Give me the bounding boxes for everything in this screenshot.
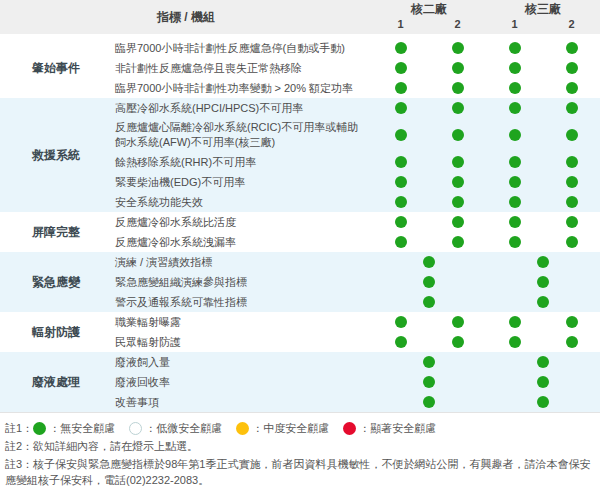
dot-cell: [372, 376, 486, 388]
status-dot[interactable]: [395, 196, 407, 208]
status-dot[interactable]: [509, 42, 521, 54]
table-row: 反應爐爐心隔離冷卻水系統(RCIC)不可用率或輔助飼水系統(AFW)不可用率(核…: [112, 118, 600, 152]
status-dot[interactable]: [566, 176, 578, 188]
status-dot[interactable]: [566, 102, 578, 114]
status-dot[interactable]: [452, 336, 464, 348]
legend: ：無安全顧慮：低微安全顧慮：中度安全顧慮：顯著安全顧慮: [33, 420, 450, 436]
notes: 註1： ：無安全顧慮：低微安全顧慮：中度安全顧慮：顯著安全顧慮 註2：欲知詳細內…: [0, 413, 600, 487]
dot-cell: [372, 296, 486, 308]
dot-cell: [429, 62, 486, 74]
status-dot[interactable]: [566, 156, 578, 168]
status-dot[interactable]: [509, 216, 521, 228]
status-dot[interactable]: [566, 62, 578, 74]
dot-cell: [543, 176, 600, 188]
status-dot[interactable]: [537, 356, 549, 368]
dot-cell: [486, 129, 543, 141]
status-dot[interactable]: [537, 396, 549, 408]
status-dot[interactable]: [452, 102, 464, 114]
status-dot[interactable]: [509, 336, 521, 348]
status-dot[interactable]: [423, 356, 435, 368]
table-row: 緊急應變組織演練參與指標: [112, 272, 600, 292]
status-dot[interactable]: [452, 196, 464, 208]
status-dot[interactable]: [395, 42, 407, 54]
status-dots: [372, 176, 600, 188]
status-dot[interactable]: [566, 42, 578, 54]
group-label: 輻射防護: [0, 312, 112, 352]
status-dot[interactable]: [452, 42, 464, 54]
status-dot[interactable]: [509, 156, 521, 168]
status-dot[interactable]: [509, 82, 521, 94]
status-dot[interactable]: [395, 129, 407, 141]
row-label: 安全系統功能失效: [112, 193, 372, 212]
status-dot[interactable]: [537, 376, 549, 388]
status-dot[interactable]: [509, 196, 521, 208]
status-dot[interactable]: [566, 316, 578, 328]
table-row: 臨界7000小時非計劃性反應爐急停(自動或手動): [112, 38, 600, 58]
status-dot[interactable]: [395, 316, 407, 328]
status-dot[interactable]: [537, 276, 549, 288]
group-rows: 職業輻射曝露民眾輻射防護: [112, 312, 600, 352]
legend-item: ：中度安全顧慮: [236, 420, 329, 436]
dot-cell: [372, 356, 486, 368]
status-dots: [372, 396, 600, 408]
status-dot[interactable]: [452, 62, 464, 74]
status-dot[interactable]: [537, 296, 549, 308]
table-row: 高壓冷卻水系統(HPCI/HPCS)不可用率: [112, 98, 600, 118]
status-dot[interactable]: [423, 276, 435, 288]
status-dot[interactable]: [452, 316, 464, 328]
status-dot[interactable]: [509, 176, 521, 188]
status-dot[interactable]: [395, 156, 407, 168]
row-label: 臨界7000小時非計劃性功率變動 > 20% 額定功率: [112, 79, 372, 98]
legend-label: ：低微安全顧慮: [145, 420, 222, 436]
status-dot[interactable]: [395, 336, 407, 348]
status-dot[interactable]: [509, 129, 521, 141]
group-label: 屏障完整: [0, 212, 112, 252]
dot-cell: [372, 396, 486, 408]
status-dots: [372, 102, 600, 114]
status-dot[interactable]: [452, 82, 464, 94]
status-dot[interactable]: [452, 176, 464, 188]
unit-number-header: 1: [486, 17, 543, 34]
status-dot[interactable]: [566, 196, 578, 208]
row-label: 反應爐冷卻水系統比活度: [112, 213, 372, 232]
status-dot[interactable]: [566, 336, 578, 348]
status-dot[interactable]: [566, 129, 578, 141]
status-dot[interactable]: [452, 129, 464, 141]
status-dot[interactable]: [452, 216, 464, 228]
row-label: 民眾輻射防護: [112, 333, 372, 352]
status-dot[interactable]: [566, 82, 578, 94]
group-label: 廢液處理: [0, 352, 112, 412]
unit-number-header: 1: [372, 17, 429, 34]
status-dot[interactable]: [452, 156, 464, 168]
dot-cell: [372, 336, 429, 348]
status-dot[interactable]: [423, 256, 435, 268]
status-dot[interactable]: [395, 102, 407, 114]
legend-green-dot: [33, 422, 46, 435]
status-dots: [372, 129, 600, 141]
status-dot[interactable]: [423, 376, 435, 388]
status-dot[interactable]: [395, 176, 407, 188]
unit-number-header: 2: [429, 17, 486, 34]
group-rows: 廢液飼入量廢液回收率改善事項: [112, 352, 600, 412]
status-dot[interactable]: [509, 236, 521, 248]
status-dot[interactable]: [509, 62, 521, 74]
status-dot[interactable]: [395, 82, 407, 94]
status-dot[interactable]: [423, 296, 435, 308]
row-label: 高壓冷卻水系統(HPCI/HPCS)不可用率: [112, 99, 372, 118]
status-dot[interactable]: [395, 62, 407, 74]
status-dot[interactable]: [452, 236, 464, 248]
dot-cell: [486, 356, 600, 368]
table-row: 警示及通報系統可靠性指標: [112, 292, 600, 312]
note-1-prefix: 註1：: [5, 420, 33, 436]
status-dot[interactable]: [395, 236, 407, 248]
status-dot[interactable]: [566, 216, 578, 228]
table-row: 反應爐冷卻水系統比活度: [112, 212, 600, 232]
status-dot[interactable]: [537, 256, 549, 268]
status-dot[interactable]: [566, 236, 578, 248]
dot-cell: [372, 196, 429, 208]
row-label: 演練 / 演習績效指標: [112, 253, 372, 272]
status-dot[interactable]: [509, 316, 521, 328]
status-dot[interactable]: [509, 102, 521, 114]
status-dot[interactable]: [423, 396, 435, 408]
status-dot[interactable]: [395, 216, 407, 228]
